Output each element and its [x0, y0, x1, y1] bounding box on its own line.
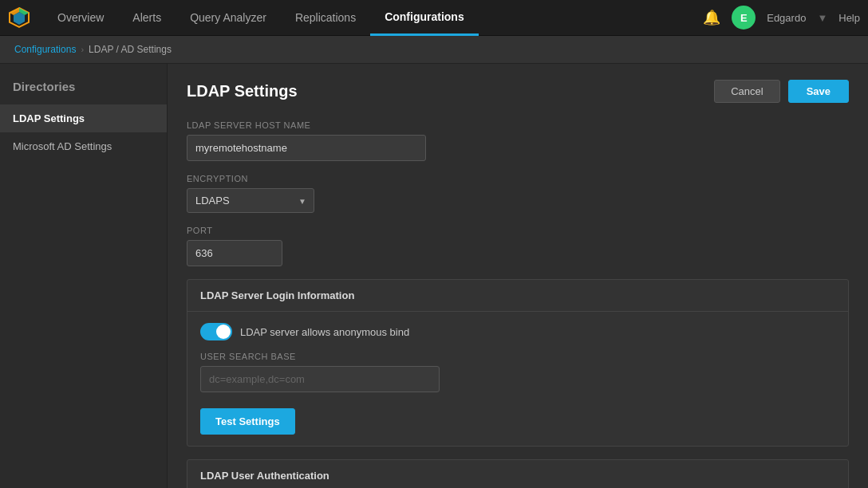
auth-section: LDAP User Authentication AUTHENTICATION … [187, 459, 849, 488]
nav-replications[interactable]: Replications [281, 0, 370, 36]
app-logo [8, 6, 30, 29]
nav-query-analyzer[interactable]: Query Analyzer [176, 0, 281, 36]
nav-items: Overview Alerts Query Analyzer Replicati… [43, 0, 703, 36]
port-label: PORT [187, 226, 849, 235]
anonymous-bind-label: LDAP server allows anonymous bind [240, 326, 409, 338]
avatar[interactable]: E [732, 6, 756, 30]
notification-bell-icon[interactable]: 🔔 [703, 9, 720, 26]
help-link[interactable]: Help [838, 12, 860, 24]
breadcrumb-separator: › [81, 45, 84, 54]
user-search-input[interactable] [200, 366, 440, 392]
server-host-group: LDAP SERVER HOST NAME [187, 120, 849, 161]
breadcrumb-current: LDAP / AD Settings [89, 44, 172, 55]
layout: Directories LDAP Settings Microsoft AD S… [0, 64, 868, 488]
anonymous-bind-toggle[interactable] [200, 323, 232, 340]
cancel-button[interactable]: Cancel [714, 80, 779, 103]
port-group: PORT [187, 226, 849, 266]
nav-alerts[interactable]: Alerts [118, 0, 176, 36]
sidebar-item-msad[interactable]: Microsoft AD Settings [0, 132, 167, 160]
sidebar: Directories LDAP Settings Microsoft AD S… [0, 64, 168, 488]
test-settings-button[interactable]: Test Settings [200, 408, 295, 435]
save-button[interactable]: Save [788, 80, 849, 103]
server-host-input[interactable] [187, 135, 426, 161]
port-input[interactable] [187, 240, 282, 266]
nav-right: 🔔 E Edgardo ▼ Help [703, 6, 860, 30]
sidebar-item-ldap[interactable]: LDAP Settings [0, 104, 167, 132]
user-search-group: USER SEARCH BASE [200, 352, 835, 392]
user-search-label: USER SEARCH BASE [200, 352, 835, 361]
server-host-label: LDAP SERVER HOST NAME [187, 120, 849, 130]
anonymous-bind-row: LDAP server allows anonymous bind [200, 323, 835, 340]
main-header: LDAP Settings Cancel Save [187, 80, 849, 103]
breadcrumb-parent[interactable]: Configurations [14, 44, 76, 55]
sidebar-title: Directories [0, 72, 167, 104]
encryption-group: ENCRYPTION LDAPS LDAP StartTLS None [187, 174, 849, 213]
encryption-select[interactable]: LDAPS LDAP StartTLS None [187, 188, 314, 213]
nav-overview[interactable]: Overview [43, 0, 118, 36]
header-actions: Cancel Save [714, 80, 849, 103]
encryption-label: ENCRYPTION [187, 174, 849, 183]
top-nav: Overview Alerts Query Analyzer Replicati… [0, 0, 868, 36]
encryption-select-wrapper: LDAPS LDAP StartTLS None [187, 188, 314, 213]
login-section-body: LDAP server allows anonymous bind USER S… [187, 312, 848, 446]
breadcrumb: Configurations › LDAP / AD Settings [0, 36, 868, 64]
page-title: LDAP Settings [187, 82, 298, 100]
nav-configurations[interactable]: Configurations [370, 0, 479, 36]
login-section-title: LDAP Server Login Information [187, 280, 848, 312]
auth-section-title: LDAP User Authentication [187, 460, 848, 488]
toggle-knob [216, 325, 231, 339]
username-label[interactable]: Edgardo [767, 12, 806, 24]
main-content: LDAP Settings Cancel Save LDAP SERVER HO… [168, 64, 868, 488]
login-section: LDAP Server Login Information LDAP serve… [187, 279, 849, 447]
